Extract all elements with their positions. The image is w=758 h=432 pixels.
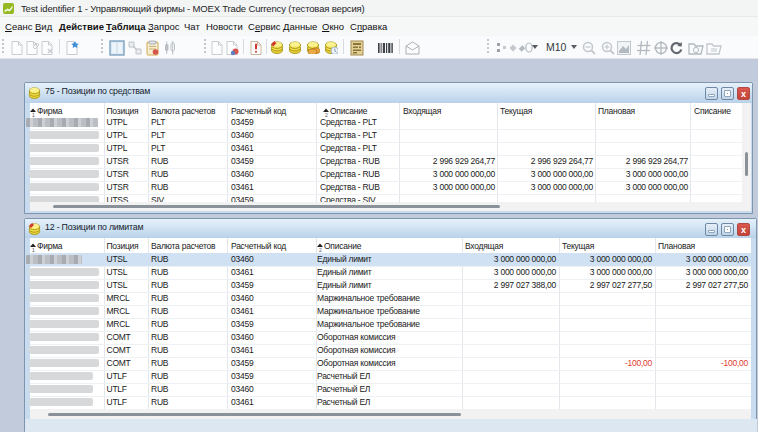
svg-text:2: 2 [319,247,322,253]
svg-text:1: 1 [32,247,35,253]
